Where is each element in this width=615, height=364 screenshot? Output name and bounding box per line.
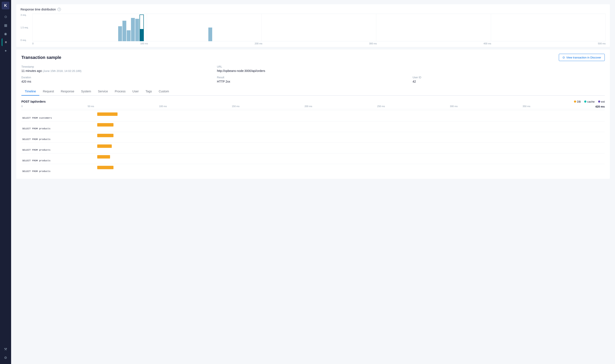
- span-bar-6: [97, 166, 113, 169]
- legend-cache-dot: [584, 101, 586, 103]
- meta-duration: Duration 420 ms: [21, 76, 213, 83]
- axis-300: 300 ms: [450, 105, 458, 108]
- response-time-chart-section: Response time distribution ? 3 req. 1.5 …: [16, 4, 610, 47]
- tab-bar: Timeline Request Response System Service…: [21, 88, 605, 96]
- axis-250: 250 ms: [377, 105, 385, 108]
- span-row-5[interactable]: SELECT FROM products: [21, 153, 605, 164]
- result-value: HTTP 2xx: [217, 80, 409, 83]
- x-label-400: 400 ms: [484, 42, 491, 45]
- sidebar-icon-devtools[interactable]: ⚒: [2, 345, 9, 353]
- span-bar-area-6: [21, 166, 605, 169]
- hist-bar-selected[interactable]: [140, 14, 144, 41]
- span-bar-2: [97, 123, 113, 127]
- span-label-3: SELECT FROM products: [21, 138, 605, 141]
- span-row-6[interactable]: SELECT FROM products: [21, 164, 605, 175]
- tab-user[interactable]: User: [129, 88, 142, 96]
- result-label: Result: [217, 76, 409, 79]
- axis-150: 150 ms: [232, 105, 239, 108]
- span-bar-area-4: [21, 144, 605, 148]
- tab-timeline[interactable]: Timeline: [21, 88, 39, 96]
- meta-userid: User ID 42: [413, 76, 605, 83]
- sidebar-icon-management[interactable]: ⚙: [2, 354, 9, 362]
- meta-timestamp: Timestamp 11 minutes ago (June 15th 2018…: [21, 65, 213, 73]
- legend-cache: cache: [584, 100, 595, 103]
- meta-result: Result HTTP 2xx: [217, 76, 409, 83]
- axis-400: 420 ms: [595, 105, 605, 108]
- duration-value: 420 ms: [21, 80, 213, 83]
- transaction-title: Transaction sample: [21, 55, 61, 60]
- span-label-6: SELECT FROM products: [21, 170, 605, 173]
- axis-0: 0: [21, 105, 23, 108]
- sidebar-icon-visualize[interactable]: ▦: [2, 21, 9, 29]
- span-bar-area-1: [21, 112, 605, 116]
- x-label-0: 0: [32, 42, 34, 45]
- app-logo[interactable]: Kibana APMK: [2, 2, 9, 9]
- tab-service[interactable]: Service: [95, 88, 111, 96]
- sidebar: Kibana APMK ⊙ ▦ ◉ ≡ ✦ ⚒ ⚙: [0, 0, 11, 364]
- meta-url: URL http://opbeans-node:3000/api/orders: [217, 65, 605, 73]
- x-label-100: 100 ms: [140, 42, 148, 45]
- sidebar-icon-dashboard[interactable]: ◉: [2, 30, 9, 38]
- legend-ext: ext: [598, 100, 605, 103]
- timeline-legend: DB cache ext: [574, 100, 605, 103]
- timeline-endpoint: POST /api/orders: [21, 100, 46, 103]
- span-bar-5: [97, 155, 110, 158]
- span-bar-area-3: [21, 134, 605, 137]
- span-label-2: SELECT FROM products: [21, 127, 605, 130]
- axis-50: 50 ms: [88, 105, 94, 108]
- legend-db-dot: [574, 101, 576, 103]
- x-label-300: 300 ms: [369, 42, 377, 45]
- tab-request[interactable]: Request: [39, 88, 57, 96]
- userid-label: User ID: [413, 76, 605, 79]
- y-label-mid: 1.5 req.: [21, 26, 28, 29]
- x-label-200: 200 ms: [255, 42, 262, 45]
- span-bar-3: [97, 134, 113, 137]
- timestamp-label: Timestamp: [21, 65, 213, 68]
- url-value: http://opbeans-node:3000/api/orders: [217, 69, 605, 73]
- legend-db: DB: [574, 100, 581, 103]
- axis-350: 350 ms: [523, 105, 530, 108]
- span-bar-1: [97, 112, 118, 116]
- y-label-bottom: 0 req.: [21, 39, 28, 41]
- span-row-4[interactable]: SELECT FROM products: [21, 143, 605, 153]
- span-bar-area-5: [21, 155, 605, 158]
- x-label-500: 500 ms: [598, 42, 606, 45]
- userid-value: 42: [413, 80, 605, 83]
- main-content: Response time distribution ? 3 req. 1.5 …: [11, 0, 615, 364]
- axis-200: 200 ms: [305, 105, 312, 108]
- chart-title: Response time distribution ?: [21, 8, 606, 11]
- tab-system[interactable]: System: [78, 88, 95, 96]
- span-row-3[interactable]: SELECT FROM products: [21, 132, 605, 143]
- timestamp-value: 11 minutes ago (June 15th 2018, 14:02:20…: [21, 69, 213, 73]
- tab-process[interactable]: Process: [111, 88, 129, 96]
- span-bar-4: [97, 144, 112, 148]
- duration-label: Duration: [21, 76, 213, 79]
- tab-custom[interactable]: Custom: [155, 88, 172, 96]
- span-row-2[interactable]: SELECT FROM products: [21, 121, 605, 132]
- axis-100: 100 ms: [159, 105, 167, 108]
- discover-button[interactable]: ⊙ View transaction in Discover: [559, 54, 605, 61]
- tab-tags[interactable]: Tags: [142, 88, 155, 96]
- y-label-top: 3 req.: [21, 14, 28, 16]
- timeline-content: POST /api/orders DB cache ext: [21, 100, 605, 175]
- sidebar-icon-apm[interactable]: ≡: [2, 39, 9, 46]
- url-label: URL: [217, 65, 605, 68]
- span-label-5: SELECT FROM products: [21, 159, 605, 162]
- span-label-4: SELECT FROM products: [21, 149, 605, 151]
- discover-icon: ⊙: [562, 56, 565, 59]
- tab-response[interactable]: Response: [57, 88, 78, 96]
- span-label-1: SELECT FROM customers: [21, 117, 605, 119]
- span-bar-area-2: [21, 123, 605, 127]
- chart-help-icon[interactable]: ?: [57, 8, 61, 11]
- sidebar-icon-ml[interactable]: ✦: [2, 47, 9, 55]
- transaction-header: Transaction sample ⊙ View transaction in…: [21, 54, 605, 61]
- transaction-section: Transaction sample ⊙ View transaction in…: [16, 50, 610, 179]
- timeline-header: POST /api/orders DB cache ext: [21, 100, 605, 103]
- legend-ext-dot: [598, 101, 600, 103]
- meta-grid: Timestamp 11 minutes ago (June 15th 2018…: [21, 65, 605, 83]
- sidebar-icon-discover[interactable]: ⊙: [2, 13, 9, 21]
- span-row-1[interactable]: SELECT FROM customers: [21, 111, 605, 121]
